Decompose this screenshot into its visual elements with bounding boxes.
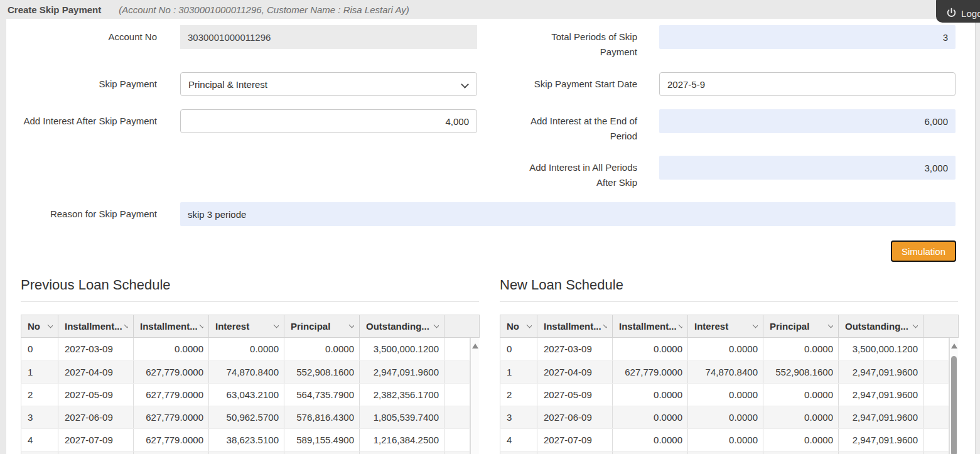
column-header-principal[interactable]: Principal [763, 315, 839, 338]
table-cell: 0.0000 [763, 338, 839, 360]
table-cell: 552,908.1600 [763, 360, 839, 383]
table-cell-spacer [444, 406, 470, 428]
new-loan-schedule-title: New Loan Schedule [500, 277, 958, 302]
table-cell: 0.0000 [209, 338, 284, 360]
add-interest-all-periods-field[interactable]: 3,000 [659, 156, 956, 180]
table-row [500, 451, 949, 454]
add-interest-end-period-label: Add Interest at the End of Period [521, 114, 637, 144]
table-cell: 2 [21, 383, 58, 406]
table-cell: 2027-05-09 [58, 383, 134, 406]
sort-chevron-icon [527, 322, 532, 328]
column-header-label: Installment... [544, 321, 601, 332]
total-periods-field[interactable]: 3 [659, 25, 956, 49]
table-cell: 2,947,091.9600 [839, 383, 923, 406]
previous-loan-table: 02027-03-090.00000.00000.00003,500,000.1… [21, 338, 470, 454]
table-cell: 2027-03-09 [58, 338, 134, 360]
column-header-installment[interactable]: Installment... [134, 315, 209, 338]
table-cell: 576,816.4300 [284, 406, 360, 428]
column-header-label: Outstanding... [366, 321, 429, 332]
column-header-label: No [28, 321, 40, 332]
logout-label: Logout [961, 8, 980, 19]
column-header-label: Outstanding... [845, 321, 908, 332]
add-interest-after-skip-field[interactable]: 4,000 [180, 109, 477, 133]
table-cell: 0.0000 [763, 383, 839, 406]
table-cell: 0.0000 [688, 338, 763, 360]
add-interest-end-period-field[interactable]: 6,000 [659, 109, 956, 133]
table-row: 22027-05-09627,779.000063,043.2100564,73… [21, 383, 470, 406]
table-cell: 4 [21, 428, 58, 451]
table-cell: 0.0000 [284, 338, 360, 360]
skip-payment-select[interactable]: Principal & Interest [180, 72, 477, 96]
table-cell: 2,947,091.9600 [839, 406, 923, 428]
table-cell: 0.0000 [134, 338, 209, 360]
column-header-interest[interactable]: Interest [688, 315, 763, 338]
table-cell [209, 451, 284, 454]
previous-loan-schedule-title: Previous Loan Schedule [21, 277, 479, 302]
column-header-interest[interactable]: Interest [209, 315, 284, 338]
table-cell: 3 [500, 406, 537, 428]
table-cell-spacer [444, 360, 470, 383]
table-scrollbar[interactable] [470, 338, 479, 454]
table-cell: 0 [500, 338, 537, 360]
sort-chevron-icon [124, 322, 128, 328]
scroll-up-icon[interactable] [472, 343, 478, 349]
reason-field[interactable]: skip 3 periode [180, 202, 956, 226]
simulation-button[interactable]: Simulation [891, 241, 956, 262]
table-cell: 627,779.0000 [613, 360, 688, 383]
sort-chevron-icon [274, 322, 279, 328]
table-row: 32027-06-090.00000.00000.00002,947,091.9… [500, 406, 949, 428]
column-header-outstanding[interactable]: Outstanding... [839, 315, 923, 338]
table-cell: 0.0000 [613, 383, 688, 406]
column-header-installment[interactable]: Installment... [537, 315, 613, 338]
column-header-label: Installment... [65, 321, 122, 332]
total-periods-label: Total Periods of Skip Payment [521, 30, 637, 60]
reason-label: Reason for Skip Payment [21, 207, 157, 222]
column-header-installment[interactable]: Installment... [613, 315, 688, 338]
column-header-no[interactable]: No [500, 315, 537, 338]
table-row: 12027-04-09627,779.000074,870.8400552,90… [500, 360, 949, 383]
table-cell: 2027-06-09 [58, 406, 134, 428]
table-cell [284, 451, 360, 454]
add-interest-all-periods-label: Add Interest in All Periods After Skip [521, 160, 637, 190]
table-cell: 74,870.8400 [688, 360, 763, 383]
table-cell: 627,779.0000 [134, 406, 209, 428]
column-header-installment[interactable]: Installment... [58, 315, 134, 338]
table-cell: 0.0000 [688, 406, 763, 428]
scrollbar-thumb[interactable] [951, 356, 957, 454]
table-cell [537, 451, 613, 454]
table-cell [21, 451, 58, 454]
table-cell: 50,962.5700 [209, 406, 284, 428]
table-cell-spacer [923, 383, 949, 406]
table-cell: 63,043.2100 [209, 383, 284, 406]
scroll-up-icon[interactable] [951, 343, 957, 349]
table-row: 42027-07-09627,779.000038,623.5100589,15… [21, 428, 470, 451]
table-cell: 552,908.1600 [284, 360, 360, 383]
previous-loan-table-header: NoInstallment...Installment...InterestPr… [21, 315, 480, 338]
table-cell: 2027-03-09 [537, 338, 613, 360]
column-header-label: Installment... [140, 321, 198, 332]
table-cell [134, 451, 209, 454]
new-loan-table: 02027-03-090.00000.00000.00003,500,000.1… [500, 338, 949, 454]
sort-chevron-icon [434, 322, 439, 328]
page-scrollbar[interactable] [975, 19, 980, 454]
table-cell: 2,947,091.9600 [839, 428, 923, 451]
logout-button[interactable]: Logout [936, 0, 980, 23]
table-cell [360, 451, 444, 454]
table-cell [688, 451, 763, 454]
table-scrollbar[interactable] [949, 338, 958, 454]
table-cell: 1 [21, 360, 58, 383]
table-cell: 2,947,091.9600 [839, 360, 923, 383]
column-header-principal[interactable]: Principal [284, 315, 360, 338]
table-cell: 3,500,000.1200 [360, 338, 444, 360]
new-loan-table-header: NoInstallment...Installment...InterestPr… [500, 315, 959, 338]
table-cell: 627,779.0000 [134, 383, 209, 406]
column-header-no[interactable]: No [21, 315, 58, 338]
previous-loan-schedule-section: Previous Loan Schedule NoInstallment...I… [21, 277, 479, 454]
table-cell: 0.0000 [763, 428, 839, 451]
start-date-field[interactable]: 2027-5-9 [659, 72, 956, 96]
table-cell [839, 451, 923, 454]
sort-chevron-icon [753, 322, 758, 328]
column-header-outstanding[interactable]: Outstanding... [360, 315, 444, 338]
table-cell: 2 [500, 383, 537, 406]
table-cell-spacer [444, 383, 470, 406]
